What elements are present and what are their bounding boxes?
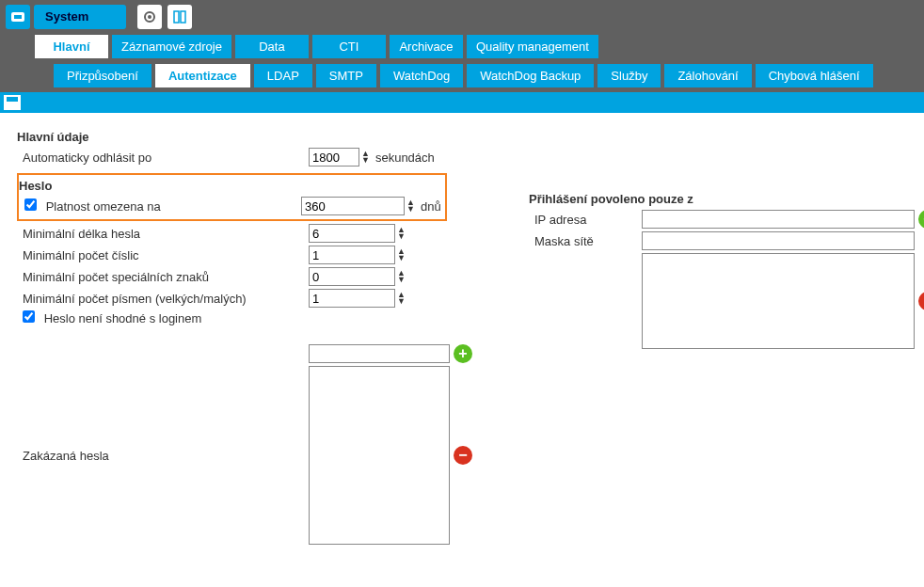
validity-highlight: Heslo Platnost omezena na ▲▼ dnů <box>17 173 447 221</box>
min-letters-input[interactable] <box>309 289 395 308</box>
validity-row: Platnost omezena na ▲▼ dnů <box>19 197 441 215</box>
svg-rect-5 <box>181 11 185 23</box>
save-icon[interactable] <box>4 95 21 110</box>
validity-input[interactable] <box>301 197 405 215</box>
min-digits-label: Minimální počet číslic <box>17 248 309 262</box>
svg-rect-1 <box>14 15 22 19</box>
allowed-listbox[interactable] <box>642 253 915 349</box>
not-login-label: Heslo není shodné s loginem <box>44 311 202 325</box>
subtab-ldap[interactable]: LDAP <box>253 63 313 88</box>
login-from-title: Přihlášení povoleno pouze z <box>529 192 924 206</box>
mask-input[interactable] <box>642 231 915 250</box>
auto-logout-label: Automaticky odhlásit po <box>17 151 309 165</box>
section-main-title: Hlavní údaje <box>17 130 907 144</box>
forbidden-remove-button[interactable]: − <box>454 446 472 465</box>
min-digits-spinner[interactable]: ▲▼ <box>397 248 406 262</box>
auto-logout-input[interactable] <box>309 148 359 167</box>
min-length-label: Minimální délka hesla <box>17 227 309 241</box>
book-icon[interactable] <box>167 5 192 29</box>
forbidden-list-row: Zakázaná hesla − <box>17 366 472 545</box>
forbidden-new-input[interactable] <box>309 344 450 363</box>
page-title: System <box>34 5 126 29</box>
min-special-row: Minimální počet speciálních znaků ▲▼ <box>17 267 472 286</box>
tab-sources[interactable]: Záznamové zdroje <box>111 34 232 59</box>
subtab-customize[interactable]: Přizpůsobení <box>53 63 152 88</box>
mask-label: Maska sítě <box>529 234 642 248</box>
tab-cti[interactable]: CTI <box>311 34 387 59</box>
ip-add-button[interactable]: + <box>918 210 924 229</box>
auto-logout-row: Automaticky odhlásit po ▲▼ sekundách <box>17 148 907 167</box>
not-login-checkbox[interactable] <box>23 310 35 323</box>
section-password-title: Heslo <box>19 179 441 193</box>
app-icon <box>6 5 30 29</box>
subtab-services[interactable]: Služby <box>597 63 661 88</box>
ip-label: IP adresa <box>529 213 642 227</box>
subtab-watchdog[interactable]: WatchDog <box>379 63 464 88</box>
tab-main[interactable]: Hlavní <box>34 34 109 59</box>
tab-archive[interactable]: Archivace <box>389 34 464 59</box>
subtab-smtp[interactable]: SMTP <box>315 63 377 88</box>
tab-qm[interactable]: Quality management <box>466 34 599 59</box>
forbidden-add-button[interactable]: + <box>454 344 472 363</box>
subtab-watchdog-backup[interactable]: WatchDog Backup <box>466 63 595 88</box>
right-column: Přihlášení povoleno pouze z IP adresa + … <box>529 169 924 352</box>
forbidden-label: Zakázaná hesla <box>17 449 309 463</box>
min-length-row: Minimální délka hesla ▲▼ <box>17 224 472 243</box>
tab-data[interactable]: Data <box>234 34 310 59</box>
not-login-row: Heslo není shodné s loginem <box>17 310 472 325</box>
min-special-spinner[interactable]: ▲▼ <box>397 270 406 283</box>
primary-tabs: Hlavní Záznamové zdroje Data CTI Archiva… <box>0 34 924 63</box>
auto-logout-unit: sekundách <box>375 151 435 165</box>
svg-rect-4 <box>174 11 179 23</box>
min-letters-spinner[interactable]: ▲▼ <box>397 292 406 305</box>
subtab-backup[interactable]: Zálohování <box>663 63 752 88</box>
subtab-errors[interactable]: Chybová hlášení <box>755 63 874 88</box>
forbidden-listbox[interactable] <box>309 366 450 545</box>
auto-logout-spinner[interactable]: ▲▼ <box>361 151 370 164</box>
left-column: Heslo Platnost omezena na ▲▼ dnů Minimál… <box>17 169 472 547</box>
min-length-input[interactable] <box>309 224 395 243</box>
mask-row: Maska sítě <box>529 231 924 250</box>
secondary-tabs: Přizpůsobení Autentizace LDAP SMTP Watch… <box>0 63 924 92</box>
content-toolbar <box>0 92 924 113</box>
not-login-wrap: Heslo není shodné s loginem <box>17 310 309 325</box>
min-digits-row: Minimální počet číslic ▲▼ <box>17 246 472 264</box>
camera-icon[interactable] <box>137 5 162 29</box>
validity-label-wrap: Platnost omezena na <box>19 198 301 214</box>
svg-point-3 <box>148 15 151 19</box>
min-letters-label: Minimální počet písmen (velkých/malých) <box>17 292 309 306</box>
min-special-label: Minimální počet speciálních znaků <box>17 270 309 284</box>
min-digits-input[interactable] <box>309 246 395 264</box>
min-length-spinner[interactable]: ▲▼ <box>397 227 406 240</box>
ip-row: IP adresa + <box>529 210 924 229</box>
forbidden-add-row: + <box>17 344 472 363</box>
min-letters-row: Minimální počet písmen (velkých/malých) … <box>17 289 472 308</box>
allowed-remove-button[interactable]: − <box>918 292 924 310</box>
topbar: System <box>0 0 924 34</box>
validity-checkbox[interactable] <box>24 198 37 211</box>
validity-spinner[interactable]: ▲▼ <box>406 199 415 213</box>
validity-unit: dnů <box>421 199 441 214</box>
min-special-input[interactable] <box>309 267 395 286</box>
ip-input[interactable] <box>642 210 915 229</box>
allowed-list-row: − <box>529 253 924 349</box>
validity-label: Platnost omezena na <box>46 199 161 214</box>
subtab-auth[interactable]: Autentizace <box>154 63 251 88</box>
content-area: Hlavní údaje Automaticky odhlásit po ▲▼ … <box>0 113 924 559</box>
